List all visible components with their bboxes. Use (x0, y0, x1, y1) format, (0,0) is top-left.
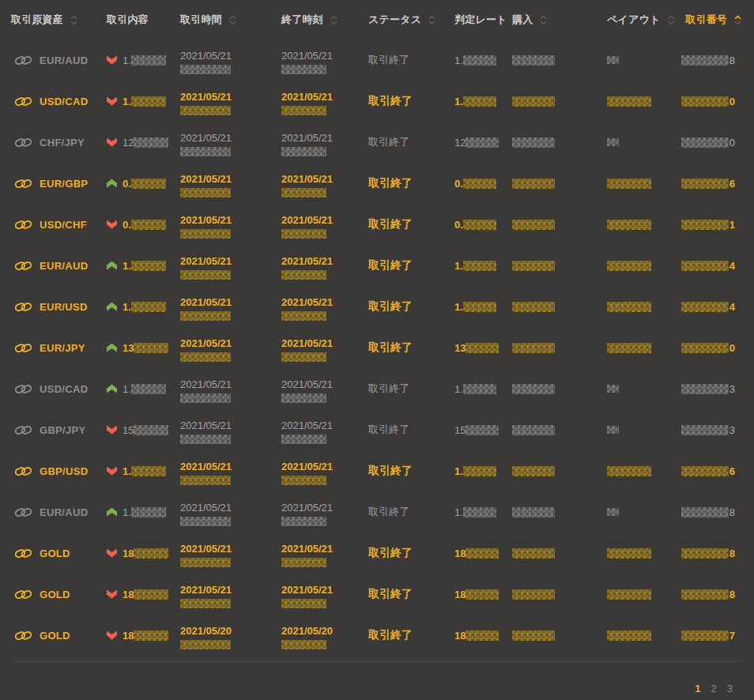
rate-prefix: 1. (454, 383, 463, 395)
trade-number-suffix: 0 (729, 96, 735, 107)
redacted-buy-amount (512, 96, 555, 107)
page-button-1[interactable]: 1 (695, 683, 700, 694)
sort-icon[interactable] (70, 15, 77, 25)
table-row[interactable]: EUR/AUD 1. 2021/05/21 2021/05/21 取引終了 1. (11, 491, 743, 533)
redacted-payout (607, 56, 619, 64)
trade-start-date: 2021/05/21 (180, 296, 281, 309)
table-row[interactable]: EUR/GBP 0. 2021/05/21 2021/05/21 取引終了 0. (11, 163, 743, 204)
redacted-start-time (180, 352, 231, 362)
table-row[interactable]: EUR/AUD 1. 2021/05/21 2021/05/21 取引終了 1. (11, 245, 743, 286)
trade-value-prefix: 12 (123, 137, 134, 149)
redacted-start-time (180, 65, 231, 74)
sort-icon[interactable] (330, 15, 337, 25)
rate-prefix: 18 (454, 548, 466, 559)
table-row[interactable]: CHF/JPY 12 2021/05/21 2021/05/21 取引終了 12 (11, 122, 743, 163)
redacted-start-time (180, 311, 231, 321)
table-row[interactable]: EUR/JPY 13 2021/05/21 2021/05/21 取引終了 13 (11, 327, 743, 368)
redacted-rate (466, 425, 499, 435)
redacted-buy-amount (512, 548, 555, 559)
table-row[interactable]: GOLD 18 2021/05/20 2021/05/20 取引終了 18 (11, 615, 743, 656)
redacted-end-time (281, 106, 326, 115)
redacted-end-time (281, 229, 326, 239)
currency-pair-icon (14, 547, 32, 560)
sort-icon[interactable] (428, 15, 435, 25)
redacted-payout (607, 138, 619, 146)
trade-end-date: 2021/05/21 (281, 255, 368, 268)
column-header-payout[interactable]: ペイアウト (607, 13, 681, 27)
asset-name: EUR/AUD (40, 55, 88, 66)
column-header-buy[interactable]: 購入 (512, 13, 607, 27)
column-header-end[interactable]: 終了時刻 (281, 13, 368, 27)
direction-arrow-icon (107, 508, 117, 517)
currency-pair-icon (14, 300, 32, 314)
trade-value-prefix: 1. (123, 96, 131, 107)
sort-icon[interactable] (734, 15, 741, 25)
trade-number-suffix: 4 (729, 260, 735, 272)
redacted-trade-number (681, 589, 729, 600)
redacted-trade-value (131, 96, 166, 107)
redacted-payout (607, 261, 651, 271)
asset-name: EUR/AUD (40, 260, 88, 272)
rate-prefix: 18 (454, 589, 466, 600)
table-row[interactable]: EUR/USD 1. 2021/05/21 2021/05/21 取引終了 1. (11, 286, 743, 327)
table-row[interactable]: GBP/JPY 15 2021/05/21 2021/05/21 取引終了 15 (11, 409, 743, 450)
trade-value-prefix: 1. (123, 55, 131, 66)
sort-icon[interactable] (540, 15, 547, 25)
column-header-asset[interactable]: 取引原資産 (11, 13, 107, 27)
redacted-buy-amount (512, 220, 555, 230)
redacted-buy-amount (512, 425, 555, 435)
table-row[interactable]: GBP/USD 1. 2021/05/21 2021/05/21 取引終了 1. (11, 450, 743, 491)
page-button-2[interactable]: 2 (711, 683, 717, 694)
redacted-rate (466, 137, 499, 148)
table-row[interactable]: USD/CHF 0. 2021/05/21 2021/05/21 取引終了 0. (11, 204, 743, 245)
trade-start-date: 2021/05/21 (180, 420, 281, 432)
table-row[interactable]: USD/CAD 1. 2021/05/21 2021/05/21 取引終了 1. (11, 368, 743, 409)
trade-end-date: 2021/05/21 (281, 584, 368, 597)
trade-start-date: 2021/05/21 (180, 461, 281, 473)
redacted-rate (466, 589, 499, 600)
redacted-trade-number (681, 261, 729, 271)
asset-name: EUR/JPY (40, 342, 85, 354)
redacted-payout (607, 508, 619, 516)
currency-pair-icon (14, 588, 32, 601)
redacted-end-time (281, 558, 326, 567)
trade-value-prefix: 15 (123, 424, 134, 436)
table-header: 取引原資産 取引内容 取引時間 終了時刻 ステータス 判定レート (11, 0, 743, 40)
table-row[interactable]: USD/CAD 1. 2021/05/21 2021/05/21 取引終了 1. (11, 81, 743, 122)
column-header-rate[interactable]: 判定レート (454, 13, 512, 27)
asset-name: GOLD (40, 630, 70, 642)
redacted-buy-amount (512, 384, 555, 394)
column-header-number[interactable]: 取引番号 (681, 13, 743, 27)
redacted-start-time (180, 476, 231, 485)
trade-status: 取引終了 (368, 94, 413, 108)
redacted-rate (463, 179, 496, 189)
redacted-trade-value (131, 507, 166, 517)
redacted-trade-number (681, 548, 729, 559)
sort-icon[interactable] (668, 15, 675, 25)
column-header-trade[interactable]: 取引内容 (107, 13, 180, 27)
column-header-time[interactable]: 取引時間 (180, 13, 281, 27)
redacted-buy-amount (512, 589, 555, 600)
table-row[interactable]: EUR/AUD 1. 2021/05/21 2021/05/21 取引終了 1. (11, 40, 743, 81)
redacted-trade-value (131, 384, 166, 394)
trade-status: 取引終了 (368, 258, 413, 273)
trade-start-date: 2021/05/21 (180, 173, 281, 186)
rate-prefix: 1. (454, 301, 463, 313)
redacted-rate (463, 302, 496, 312)
asset-name: GBP/USD (40, 465, 88, 477)
sort-icon[interactable] (229, 15, 236, 25)
direction-arrow-icon (107, 631, 117, 640)
rate-prefix: 13 (454, 342, 466, 354)
redacted-trade-value (131, 220, 166, 230)
redacted-trade-value (131, 466, 166, 476)
table-row[interactable]: GOLD 18 2021/05/21 2021/05/21 取引終了 18 (11, 574, 743, 615)
column-header-status[interactable]: ステータス (368, 13, 454, 27)
table-row[interactable]: GOLD 18 2021/05/21 2021/05/21 取引終了 18 (11, 533, 743, 574)
redacted-trade-number (681, 179, 729, 189)
currency-pair-icon (14, 506, 32, 519)
trade-value-prefix: 1. (123, 465, 131, 477)
redacted-payout (607, 96, 651, 107)
currency-pair-icon (14, 629, 32, 642)
page-button-3[interactable]: 3 (727, 683, 733, 694)
rate-prefix: 15 (454, 424, 466, 436)
